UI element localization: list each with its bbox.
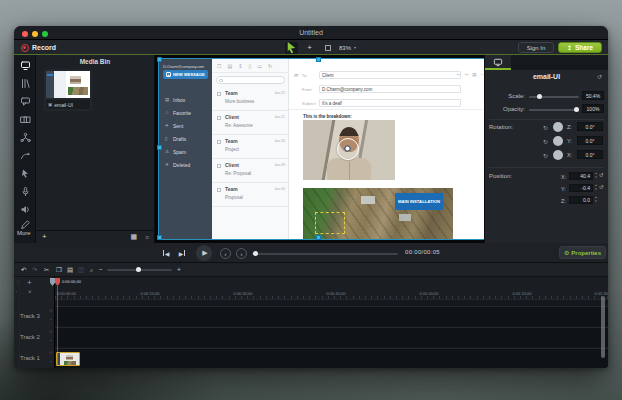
canvas-stage[interactable]: D.Charm@company.com + NEW MESSAGE ▤Inbox… — [155, 55, 485, 243]
copy-button[interactable]: ❐ — [56, 266, 62, 274]
selection-handle-top-center[interactable] — [316, 57, 321, 62]
zoom-slider-handle[interactable] — [136, 267, 141, 272]
annotations-tab[interactable] — [19, 95, 31, 107]
cut-button[interactable]: ✂ — [44, 266, 49, 274]
folder-sent: ✈Sent — [159, 119, 212, 132]
rotation-z-value[interactable]: 0.0° — [577, 122, 603, 131]
voice-narration-tab[interactable] — [19, 185, 31, 197]
visual-properties-tab[interactable] — [485, 55, 511, 70]
visual-effects-tab[interactable] — [19, 218, 31, 230]
cursor-effects-tab[interactable] — [19, 167, 31, 179]
split-button[interactable]: ◫ — [78, 266, 84, 274]
share-label: Share — [575, 44, 593, 51]
rotate-icon: ↻ — [543, 152, 548, 159]
scale-row: Scale: 50.4% — [485, 91, 608, 101]
next-frame-button[interactable]: › — [236, 248, 247, 259]
new-message-button: + NEW MESSAGE — [163, 70, 208, 79]
rotation-y-value[interactable]: 0.0° — [577, 136, 603, 145]
crop-tool[interactable] — [321, 42, 334, 54]
email-list: ☐ ▤ ↥ ▯ ▭ ↻ TeamJan 22More business Clie… — [212, 59, 289, 239]
timeline-ruler[interactable]: 0:00:00;00 0:00:15;00 0:00:30;00 0:00:45… — [55, 277, 608, 300]
audio-effects-tab[interactable] — [19, 203, 31, 215]
reset-x-icon[interactable]: ↺ — [599, 172, 604, 178]
pan-tool[interactable]: + — [303, 42, 316, 54]
track-2-toggles[interactable]: ⊙▪ — [47, 327, 55, 347]
position-z-row: Z: 0.0 ▴▾ — [485, 197, 608, 207]
playback-scrubber[interactable] — [252, 253, 398, 255]
scrubber-handle[interactable] — [253, 251, 258, 256]
transitions-tab[interactable] — [19, 113, 31, 125]
playhead-line[interactable] — [57, 286, 58, 366]
timeline-vertical-scrollbar[interactable] — [601, 296, 605, 358]
email-row: ClientJan 21Re: Awesome — [212, 111, 289, 135]
media-tab[interactable] — [19, 59, 31, 71]
track-header-column: ⋮ • + ˅ Track 3 ⊙▪ Track 2 ⊙▪ Track 1 ⊙▪ — [14, 277, 55, 368]
track-3-toggles[interactable]: ⊙▪ — [47, 306, 55, 326]
envelope-icon: ✉ — [294, 72, 298, 78]
chevron-down-icon: ▾ — [354, 45, 356, 50]
more-tabs-button[interactable]: More — [17, 230, 31, 236]
add-track-button[interactable]: + — [27, 278, 32, 287]
selection-handle-bottom-left[interactable] — [157, 235, 162, 240]
stepper-icon[interactable]: ▴▾ — [594, 183, 598, 193]
opacity-value[interactable]: 100% — [582, 104, 604, 113]
grid-view-button[interactable]: ▦ — [130, 233, 137, 241]
edit-cursor-tool[interactable] — [285, 42, 298, 54]
behaviors-tab[interactable] — [19, 131, 31, 143]
track-lane-2[interactable] — [55, 327, 608, 347]
position-z-value[interactable]: 0.0 — [569, 196, 593, 204]
scale-value[interactable]: 50.4% — [582, 91, 604, 100]
redo-button[interactable]: ↷ — [32, 266, 37, 274]
timeline-zoom-slider[interactable] — [107, 269, 172, 271]
refresh-icon: ↻ — [268, 63, 272, 69]
ruler-label: 0:00:30;00 — [234, 291, 253, 296]
attach-icon: ▤ — [472, 72, 476, 77]
canvas-media-email-ui[interactable]: D.Charm@company.com + NEW MESSAGE ▤Inbox… — [159, 59, 485, 239]
position-x-value[interactable]: 40.4 — [569, 172, 593, 180]
media-bin-item-email-ui[interactable]: ▣ email-UI — [44, 69, 92, 111]
rotation-x-value[interactable]: 0.0° — [577, 150, 603, 159]
properties-toggle-button[interactable]: ⚙ Properties — [559, 246, 606, 259]
previous-frame-button[interactable]: ‹ — [220, 248, 231, 259]
play-button[interactable]: ▶ — [196, 245, 212, 261]
rotation-y-dial[interactable] — [553, 136, 563, 146]
compose-to-row: ✉ To: Client ↩ ↪ ▤ ⋯ — [289, 70, 485, 81]
collapse-tracks-button[interactable]: ˅ — [28, 289, 32, 295]
rotation-z-dial[interactable] — [553, 122, 563, 132]
reply-icon: ↩ — [457, 72, 461, 77]
add-media-button[interactable]: + — [42, 232, 47, 241]
quiz-icon: ⋮ — [15, 279, 20, 285]
paste-button[interactable]: ▤ — [67, 266, 73, 274]
track-1-toggles[interactable]: ⊙▪ — [47, 348, 55, 368]
timeline-zoom-in-button[interactable]: + — [177, 266, 181, 274]
jump-to-end-button[interactable]: ▶ — [176, 248, 188, 258]
selection-handle-bottom-center[interactable] — [316, 235, 321, 240]
selection-handle-top-left[interactable] — [157, 57, 162, 62]
scale-slider[interactable] — [529, 96, 579, 98]
animations-tab[interactable] — [19, 149, 31, 161]
selection-handle-left-middle[interactable] — [157, 145, 162, 150]
undo-button[interactable]: ↶ — [21, 266, 26, 274]
track-lane-3[interactable] — [55, 306, 608, 326]
timeline-zoom-out-button[interactable]: − — [99, 266, 103, 274]
record-button[interactable]: Record — [21, 42, 56, 53]
jump-to-start-button[interactable]: ◀ — [160, 248, 172, 258]
timeline-clip-email-ui[interactable] — [56, 352, 80, 366]
stepper-icon[interactable]: ▴▾ — [594, 171, 598, 181]
opacity-slider[interactable] — [529, 109, 579, 111]
thumb-sidebar — [46, 71, 54, 98]
sign-in-button[interactable]: Sign In — [518, 42, 554, 53]
position-y-value[interactable]: -0.4 — [569, 184, 593, 192]
stepper-icon[interactable]: ▴▾ — [594, 195, 598, 205]
rotation-x-dial[interactable] — [553, 150, 563, 160]
select-all-icon: ☐ — [217, 63, 221, 69]
reset-all-icon[interactable]: ↺ — [597, 73, 602, 80]
track-lane-1[interactable] — [55, 348, 608, 368]
library-tab[interactable] — [19, 77, 31, 89]
list-view-button[interactable]: ≡ — [145, 234, 149, 241]
reset-y-icon[interactable]: ↺ — [599, 184, 604, 190]
inbox-icon: ▤ — [165, 97, 170, 102]
canvas-zoom-select[interactable]: 83% ▾ — [339, 45, 356, 51]
share-button[interactable]: ↥ Share — [558, 42, 602, 53]
reply-all-icon: ↪ — [464, 72, 468, 77]
